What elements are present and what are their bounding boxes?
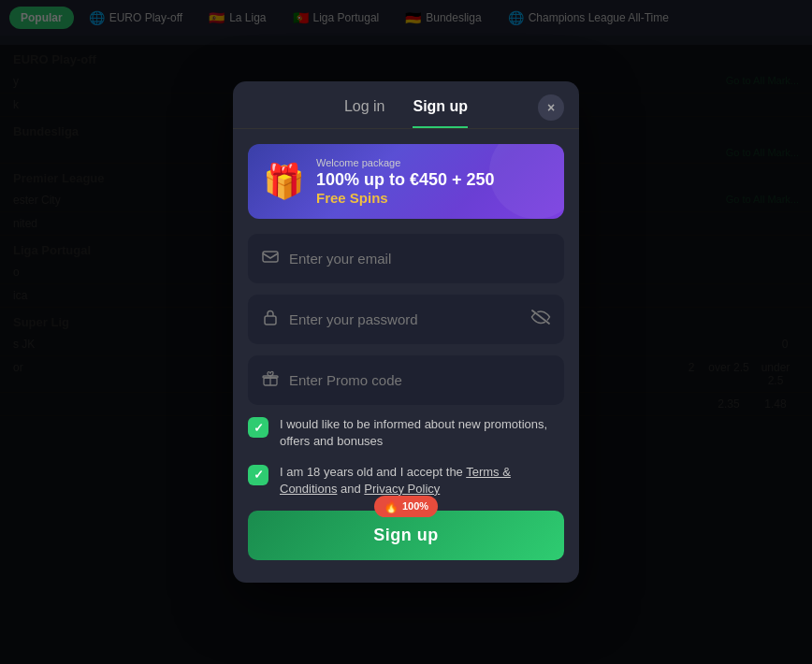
modal-close-button[interactable]: × xyxy=(538,94,564,121)
checkmark-icon: ✓ xyxy=(254,421,264,435)
age-text-mid: and xyxy=(337,482,364,496)
banner-icon: 🎁 xyxy=(263,162,305,201)
password-toggle-icon[interactable] xyxy=(530,309,551,330)
checkmark2-icon: ✓ xyxy=(254,468,264,482)
svg-rect-0 xyxy=(263,252,278,262)
checkbox-promotions-label: I would like to be informed about new pr… xyxy=(280,416,564,450)
modal-tabs: Log in Sign up × xyxy=(233,81,579,128)
promo-field[interactable] xyxy=(289,372,551,388)
banner-spins: Free Spins xyxy=(316,190,495,206)
privacy-link[interactable]: Privacy Policy xyxy=(364,482,440,496)
password-input-group[interactable] xyxy=(248,295,564,344)
email-icon xyxy=(261,247,280,270)
checkbox-age[interactable]: ✓ xyxy=(248,465,268,485)
signup-modal: Log in Sign up × 🎁 Welcome package 100% … xyxy=(233,81,579,583)
tab-divider xyxy=(233,128,579,129)
age-text-before: I am 18 years old and I accept the xyxy=(280,465,466,479)
modal-overlay: Log in Sign up × 🎁 Welcome package 100% … xyxy=(0,0,812,664)
email-field[interactable] xyxy=(289,251,551,267)
gift-icon xyxy=(261,368,280,392)
fire-icon: 🔥 xyxy=(384,499,399,513)
checkbox-age-label: I am 18 years old and I accept the Terms… xyxy=(280,464,564,498)
signup-button[interactable]: Sign up xyxy=(248,511,564,560)
badge-percent: 100% xyxy=(402,500,428,512)
tab-signup[interactable]: Sign up xyxy=(413,98,468,128)
promo-input-group[interactable] xyxy=(248,355,564,405)
email-input-group[interactable] xyxy=(248,234,564,283)
banner-amount: 100% up to €450 + 250 xyxy=(316,170,495,190)
checkbox-promotions[interactable]: ✓ xyxy=(248,417,268,438)
lock-icon xyxy=(261,308,280,331)
bonus-badge: 🔥 100% xyxy=(374,496,438,517)
welcome-banner: 🎁 Welcome package 100% up to €450 + 250 … xyxy=(248,144,564,219)
checkbox-promotions-row: ✓ I would like to be informed about new … xyxy=(248,416,564,450)
password-field[interactable] xyxy=(289,311,521,327)
banner-text: Welcome package 100% up to €450 + 250 Fr… xyxy=(316,157,495,206)
banner-label: Welcome package xyxy=(316,157,495,168)
svg-rect-1 xyxy=(265,316,276,325)
checkbox-age-row: ✓ I am 18 years old and I accept the Ter… xyxy=(248,464,564,498)
tab-login[interactable]: Log in xyxy=(344,98,385,128)
signup-section: 🔥 100% Sign up xyxy=(248,511,564,560)
